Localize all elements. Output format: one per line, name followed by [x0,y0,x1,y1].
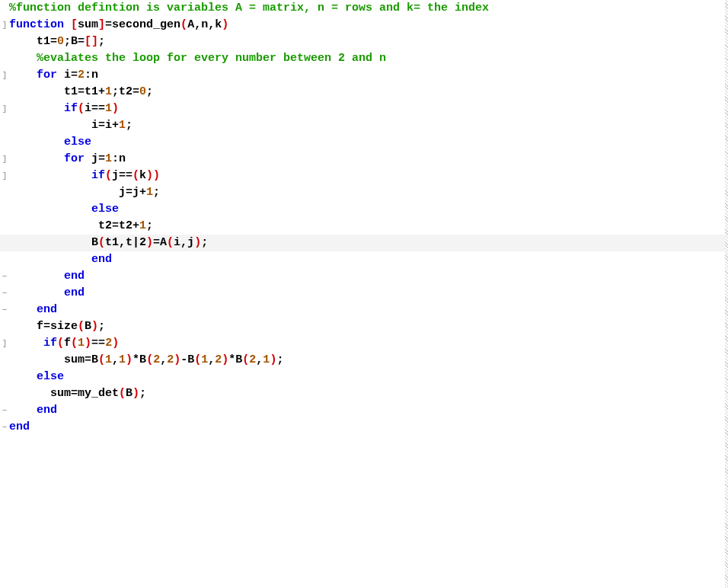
code-text[interactable]: if(j==(k)) [9,168,728,184]
token: 1 [105,85,112,98]
code-text[interactable]: end [9,251,728,268]
code-line[interactable]: sum=B(1,1)*B(2,2)-B(1,2)*B(2,1); [0,352,728,369]
code-line[interactable]: else [0,134,728,151]
code-line[interactable]: %function defintion is variables A = mat… [0,0,728,17]
token: if [91,169,105,182]
token: 1 [201,353,208,366]
code-line[interactable]: f=size(B); [0,318,728,335]
code-line[interactable]: t2=t2+1; [0,218,728,235]
code-line[interactable]: else [0,369,728,385]
token: end [64,286,85,299]
code-text[interactable]: sum=my_det(B); [9,385,728,402]
token [64,18,71,31]
code-text[interactable]: if(i==1) [9,101,728,117]
token: [] [85,35,98,48]
code-text[interactable]: t2=t2+1; [9,218,728,235]
code-line[interactable]: − end [0,285,728,302]
token: end [64,270,85,283]
token: 0 [139,85,146,98]
token: ) [112,102,119,115]
code-line[interactable]: ] if(i==1) [0,101,728,117]
code-text[interactable]: end [9,302,728,318]
fold-gutter-icon[interactable]: − [0,302,9,318]
token: B [9,236,98,249]
token [9,203,91,216]
code-text[interactable]: for i=2:n [9,67,728,84]
code-text[interactable]: t1=0;B=[]; [9,34,728,50]
token: ) [91,320,98,333]
fold-gutter-icon[interactable]: ] [0,151,9,168]
code-area[interactable]: %function defintion is variables A = mat… [0,0,728,588]
fold-gutter-icon[interactable]: − [0,268,9,285]
code-line[interactable]: i=i+1; [0,117,728,134]
code-line[interactable]: ] for i=2:n [0,67,728,84]
code-line[interactable]: j=j+1; [0,184,728,201]
code-line[interactable]: t1=t1+1;t2=0; [0,84,728,101]
token: ) [133,387,139,400]
code-text[interactable]: B(t1,t|2)=A(i,j); [9,235,728,251]
token: function [9,18,64,31]
code-text[interactable]: end [9,402,728,419]
token [9,303,37,316]
token: B [126,387,133,400]
token: t1,t|2 [105,236,146,249]
code-text[interactable]: else [9,369,728,385]
code-text[interactable]: %function defintion is variables A = mat… [9,0,728,17]
code-text[interactable]: else [9,201,728,218]
code-text[interactable]: function [sum]=second_gen(A,n,k) [9,17,728,34]
fold-gutter-icon[interactable]: ] [0,335,9,352]
token: ; [153,186,160,199]
code-line[interactable]: end [0,251,728,268]
token: for [64,152,85,165]
code-text[interactable]: for j=1:n [9,151,728,168]
code-line[interactable]: B(t1,t|2)=A(i,j); [0,235,728,251]
fold-gutter-icon[interactable]: − [0,402,9,419]
code-line[interactable]: − end [0,402,728,419]
token: %evalates the loop for every number betw… [37,52,386,65]
code-text[interactable]: end [9,419,728,436]
code-line[interactable]: ] if(j==(k)) [0,168,728,184]
token [9,286,64,299]
code-line[interactable]: sum=my_det(B); [0,385,728,402]
code-text[interactable]: end [9,285,728,302]
code-line[interactable]: ] if(f(1)==2) [0,335,728,352]
code-text[interactable]: sum=B(1,1)*B(2,2)-B(1,2)*B(2,1); [9,352,728,369]
token: 1 [119,119,126,132]
code-text[interactable]: j=j+1; [9,184,728,201]
fold-gutter-icon[interactable]: ] [0,17,9,34]
token: f [64,337,71,350]
code-text[interactable]: f=size(B); [9,318,728,335]
token: ; [276,353,283,366]
code-text[interactable]: %evalates the loop for every number betw… [9,50,728,67]
token [9,52,37,65]
token: else [37,370,64,383]
code-text[interactable]: t1=t1+1;t2=0; [9,84,728,101]
code-line[interactable]: else [0,201,728,218]
token: 0 [57,35,64,48]
token: =second_gen [105,18,180,31]
code-line[interactable]: ]function [sum]=second_gen(A,n,k) [0,17,728,34]
token: t1=t1+ [9,85,105,98]
fold-gutter-icon[interactable]: ] [0,67,9,84]
code-line[interactable]: ] for j=1:n [0,151,728,168]
code-text[interactable]: i=i+1; [9,117,728,134]
code-line[interactable]: − end [0,302,728,318]
code-line[interactable]: t1=0;B=[]; [0,34,728,50]
code-line[interactable]: %evalates the loop for every number betw… [0,50,728,67]
fold-gutter-icon[interactable]: ] [0,168,9,184]
token: *B [133,353,146,366]
code-line[interactable]: − end [0,268,728,285]
code-text[interactable]: else [9,134,728,151]
token [9,152,64,165]
token: ) [146,236,153,249]
fold-gutter-icon[interactable]: − [0,285,9,302]
code-text[interactable]: end [9,268,728,285]
code-line[interactable]: −end [0,419,728,436]
token: ( [71,337,78,350]
code-editor[interactable]: %function defintion is variables A = mat… [0,0,728,588]
token: else [64,136,91,149]
fold-gutter-icon[interactable]: − [0,419,9,436]
code-text[interactable]: if(f(1)==2) [9,335,728,352]
token: k [139,169,146,182]
fold-gutter-icon[interactable]: ] [0,101,9,117]
